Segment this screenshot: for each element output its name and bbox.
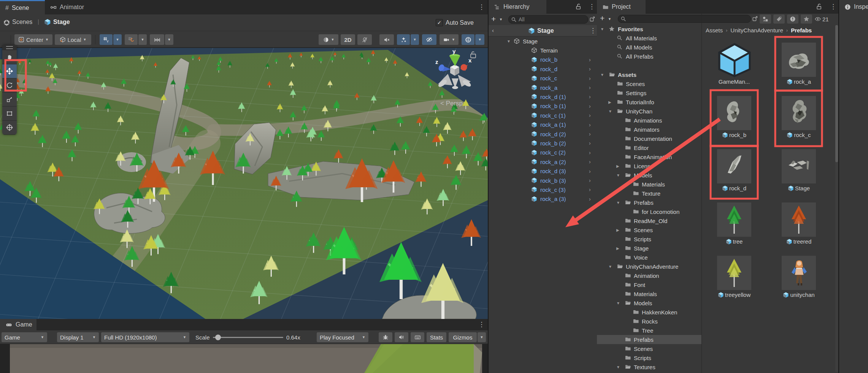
hierarchy-row[interactable]: rock_b (3)› — [489, 176, 597, 185]
expand-arrow-icon[interactable]: ▼ — [616, 365, 620, 369]
project-tree-row[interactable]: ▼UnityChan — [597, 107, 701, 116]
tab-scene[interactable]: # Scene — [0, 0, 45, 14]
breadcrumb-scenes[interactable]: Scenes — [12, 19, 32, 26]
isolation-menu-icon[interactable]: ⋮ — [590, 27, 596, 34]
asset-item[interactable]: Stage — [778, 146, 820, 195]
project-tree-row[interactable]: Editor — [597, 143, 701, 152]
project-tree-row[interactable]: Scripts — [597, 353, 701, 362]
snap-settings-button[interactable] — [150, 34, 164, 45]
transform-tool[interactable] — [2, 121, 17, 135]
tab-project[interactable]: Project — [597, 0, 646, 14]
hierarchy-row[interactable]: rock_a (2)› — [489, 157, 597, 166]
create-asset-dropdown-icon[interactable]: ▼ — [608, 17, 611, 21]
expand-arrow-icon[interactable]: ▼ — [608, 265, 612, 269]
prefab-open-chevron-icon[interactable]: › — [589, 84, 591, 91]
hierarchy-row[interactable]: rock_c (3)› — [489, 185, 597, 194]
prefab-open-chevron-icon[interactable]: › — [589, 177, 591, 183]
game-panel-menu-icon[interactable]: ⋮ — [478, 321, 485, 328]
prefab-open-chevron-icon[interactable]: › — [589, 196, 591, 202]
game-target-dropdown[interactable]: Game▼ — [2, 332, 47, 342]
effects-dropdown[interactable]: ▼ — [411, 34, 419, 45]
project-tree-row[interactable]: for Locomotion — [597, 207, 701, 216]
project-tree-row[interactable]: Prefabs — [597, 335, 701, 344]
project-tree-row[interactable]: All Models — [597, 43, 701, 52]
project-tree-row[interactable]: Animation — [597, 271, 701, 280]
project-tree-row[interactable]: ReadMe_Old — [597, 216, 701, 225]
scale-slider-track[interactable] — [213, 337, 283, 338]
project-tree-row[interactable]: ▶Scenes — [597, 225, 701, 234]
prefab-open-chevron-icon[interactable]: › — [589, 159, 591, 165]
tab-game[interactable]: Game — [0, 319, 36, 330]
expand-arrow-icon[interactable]: ▼ — [616, 201, 620, 205]
prefab-open-chevron-icon[interactable]: › — [589, 140, 591, 146]
hierarchy-row[interactable]: rock_d (2)› — [489, 129, 597, 139]
mute-audio-button[interactable] — [395, 332, 408, 342]
gizmo-dropdown[interactable]: ▼ — [475, 34, 484, 45]
asset-grid-scrollbar[interactable] — [835, 25, 838, 372]
grid-snap-dropdown[interactable]: ▼ — [113, 34, 122, 45]
project-tree-row[interactable]: All Materials — [597, 33, 701, 43]
hierarchy-search[interactable] — [508, 15, 588, 24]
breadcrumb-item[interactable]: UnityChanAdventure — [730, 27, 783, 33]
isolation-root[interactable]: Stage — [528, 27, 554, 34]
increment-snap-dropdown[interactable]: ▼ — [138, 34, 147, 45]
project-tree-row[interactable]: ▼UnityChanAdventure — [597, 262, 701, 271]
shading-mode-dropdown[interactable]: ▼ — [319, 34, 338, 45]
hierarchy-row[interactable]: rock_b (2)› — [489, 139, 597, 148]
gizmos-button[interactable]: Gizmos — [449, 332, 477, 342]
project-tree-row[interactable]: All Prefabs — [597, 52, 701, 61]
hierarchy-row[interactable]: ▼Stage — [489, 37, 597, 46]
project-tree-row[interactable]: Font — [597, 280, 701, 289]
auto-save-toggle[interactable]: ✓ Auto Save — [436, 19, 474, 26]
hierarchy-search-input[interactable] — [519, 16, 586, 22]
scale-slider-knob[interactable] — [215, 335, 221, 340]
project-tree-row[interactable]: ▼Models — [597, 171, 701, 180]
tab-inspector[interactable]: Inspector — [839, 0, 868, 14]
project-tree-row[interactable]: ▶License — [597, 161, 701, 171]
prefab-open-chevron-icon[interactable]: › — [589, 168, 591, 174]
prefab-open-chevron-icon[interactable]: › — [589, 122, 591, 128]
project-tree-row[interactable]: Scripts — [597, 234, 701, 244]
project-tree-row[interactable]: Materials — [597, 180, 701, 189]
prefab-open-chevron-icon[interactable]: › — [589, 112, 591, 118]
rotate-tool[interactable] — [2, 78, 17, 92]
hierarchy-row[interactable]: rock_d› — [489, 64, 597, 73]
hierarchy-row[interactable]: rock_b› — [489, 55, 597, 64]
create-asset-button[interactable]: + — [600, 14, 605, 23]
expand-arrow-icon[interactable]: ▶ — [608, 100, 611, 104]
increment-snap-toggle[interactable] — [125, 34, 138, 45]
project-tree-row[interactable]: Animations — [597, 116, 701, 125]
lock-icon[interactable] — [816, 3, 822, 10]
scene-lighting-toggle[interactable] — [357, 34, 372, 45]
expand-arrow-icon[interactable]: ▼ — [600, 27, 604, 31]
hierarchy-row[interactable]: Terrain — [489, 46, 597, 55]
hierarchy-row[interactable]: rock_a (3)› — [489, 194, 597, 204]
project-tree-row[interactable]: Documentation — [597, 134, 701, 143]
hierarchy-row[interactable]: rock_c (1)› — [489, 111, 597, 120]
prefab-open-chevron-icon[interactable]: › — [589, 94, 591, 100]
search-by-label-button[interactable] — [773, 14, 785, 24]
project-tree-row[interactable]: ▼Assets — [597, 70, 701, 79]
tools-drag-handle[interactable] — [2, 45, 17, 50]
pivot-dropdown[interactable]: Center▼ — [14, 34, 52, 45]
expand-arrow-icon[interactable]: ▶ — [616, 228, 619, 232]
scale-tool[interactable] — [2, 92, 17, 107]
grid-snap-toggle[interactable]: Y — [100, 34, 113, 45]
project-tree-row[interactable]: ▶TutorialInfo — [597, 97, 701, 107]
prefab-open-chevron-icon[interactable]: › — [589, 131, 591, 137]
hierarchy-row[interactable]: rock_b (1)› — [489, 102, 597, 111]
add-object-dropdown-icon[interactable]: ▼ — [499, 18, 503, 21]
save-search-button[interactable] — [787, 14, 798, 24]
project-tree-row[interactable]: Scenes — [597, 344, 701, 353]
project-tree-row[interactable]: ▼Prefabs — [597, 198, 701, 207]
hierarchy-row[interactable]: rock_d (1)› — [489, 92, 597, 101]
asset-item[interactable]: unitychan — [778, 253, 820, 301]
hierarchy-row[interactable]: rock_a› — [489, 83, 597, 92]
prefab-open-chevron-icon[interactable]: › — [589, 103, 591, 109]
lock-icon[interactable] — [575, 3, 582, 10]
game-view[interactable] — [0, 344, 488, 373]
prefab-open-chevron-icon[interactable]: › — [589, 186, 591, 193]
orientation-dropdown[interactable]: Local▼ — [55, 34, 91, 45]
rect-tool[interactable] — [2, 107, 17, 121]
project-tree-row[interactable]: ▼Favorites — [597, 24, 701, 33]
